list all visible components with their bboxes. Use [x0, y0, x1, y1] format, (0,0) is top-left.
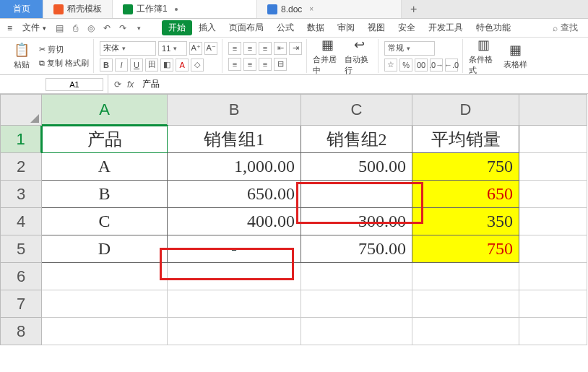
underline-button[interactable]: U [130, 59, 143, 72]
cell-d3[interactable]: 650 [412, 181, 519, 208]
row-header-1[interactable]: 1 [0, 126, 42, 153]
cell-e7[interactable] [519, 290, 587, 318]
table-style-button[interactable]: ▦ 表格样 [501, 42, 529, 70]
row-header-5[interactable]: 5 [0, 235, 42, 263]
row-header-2[interactable]: 2 [0, 153, 42, 181]
dec-decimal-icon[interactable]: ←.0 [445, 59, 458, 72]
fx-cancel-icon[interactable]: ⟳ [114, 79, 121, 90]
col-header-e[interactable] [519, 94, 587, 126]
ribbon-tab-view[interactable]: 视图 [361, 22, 392, 34]
align-right-icon[interactable]: ≡ [259, 58, 272, 71]
bold-button[interactable]: B [100, 59, 113, 72]
col-header-b[interactable]: B [168, 94, 301, 126]
number-format-combo[interactable]: 常规 ▾ [384, 41, 435, 56]
cell-c7[interactable] [301, 290, 412, 318]
print-icon[interactable]: ⎙ [69, 22, 81, 34]
borders-button[interactable]: 田 [145, 59, 158, 72]
col-header-c[interactable]: C [301, 94, 412, 126]
cell-b3[interactable]: 650.00 [168, 181, 301, 208]
ribbon-tab-special[interactable]: 特色功能 [470, 22, 517, 34]
redo-icon[interactable]: ↷ [117, 22, 129, 34]
formula-input[interactable] [139, 78, 588, 91]
ribbon-tab-start[interactable]: 开始 [162, 20, 192, 35]
font-size-combo[interactable]: 11 ▾ [158, 41, 187, 56]
cell-c5[interactable]: 750.00 [301, 235, 412, 263]
cell-a8[interactable] [42, 318, 168, 345]
ribbon-tab-formula[interactable]: 公式 [270, 22, 301, 34]
fill-color-button[interactable]: ◧ [160, 59, 173, 72]
cell-e3[interactable] [519, 181, 587, 208]
tab-docer[interactable]: 稻壳模板 [43, 0, 113, 18]
file-menu[interactable]: 文件 ▾ [20, 22, 49, 34]
italic-button[interactable]: I [115, 59, 128, 72]
fx-icon[interactable]: fx [127, 79, 134, 90]
cut-button[interactable]: ✂ 剪切 [39, 44, 89, 55]
cell-e4[interactable] [519, 208, 587, 235]
ribbon-tab-review[interactable]: 审阅 [331, 22, 361, 34]
cell-b6[interactable] [168, 263, 301, 290]
cell-d4[interactable]: 350 [412, 208, 519, 235]
cell-c6[interactable] [301, 263, 412, 290]
align-mid-icon[interactable]: ≡ [243, 42, 256, 55]
cell-c4[interactable]: 300.00 [301, 208, 412, 235]
tab-workbook[interactable]: 工作簿1 [113, 0, 257, 18]
cell-d1[interactable]: 平均销量 [412, 126, 519, 153]
decrease-font-icon[interactable]: A⁻ [204, 42, 217, 55]
undo-icon[interactable]: ↶ [101, 22, 113, 34]
cell-e1[interactable] [519, 126, 587, 153]
tab-home[interactable]: 首页 [0, 0, 43, 18]
ribbon-tab-data[interactable]: 数据 [301, 22, 331, 34]
cell-b2[interactable]: 1,000.00 [168, 153, 301, 181]
indent-right-icon[interactable]: ⇥ [289, 42, 302, 55]
ribbon-tab-dev[interactable]: 开发工具 [422, 22, 470, 34]
cell-a1[interactable]: 产品 [42, 126, 168, 153]
cell-a4[interactable]: C [42, 208, 168, 235]
cell-b1[interactable]: 销售组1 [168, 126, 301, 153]
preview-icon[interactable]: ◎ [85, 22, 97, 34]
wrap-button[interactable]: ↩ 自动换行 [345, 38, 373, 75]
cell-b7[interactable] [168, 290, 301, 318]
ribbon-tab-security[interactable]: 安全 [392, 22, 422, 34]
cell-d6[interactable] [412, 263, 519, 290]
col-header-d[interactable]: D [412, 94, 519, 126]
qat-more-icon[interactable]: ▾ [133, 22, 144, 34]
comma-icon[interactable]: 00 [415, 59, 428, 72]
currency-icon[interactable]: ☆ [384, 59, 397, 72]
cell-b8[interactable] [168, 318, 301, 345]
cell-a7[interactable] [42, 290, 168, 318]
cell-b5[interactable]: - [168, 235, 301, 263]
cell-c2[interactable]: 500.00 [301, 153, 412, 181]
cell-a2[interactable]: A [42, 153, 168, 181]
font-name-combo[interactable]: 宋体 ▾ [100, 41, 156, 56]
cell-e5[interactable] [519, 235, 587, 263]
effects-button[interactable]: ◇ [191, 59, 204, 72]
name-box[interactable] [46, 78, 103, 91]
cell-a6[interactable] [42, 263, 168, 290]
close-icon[interactable]: × [309, 5, 314, 13]
cell-e6[interactable] [519, 263, 587, 290]
cell-d8[interactable] [412, 318, 519, 345]
menu-icon[interactable]: ≡ [4, 23, 15, 33]
increase-font-icon[interactable]: A⁺ [189, 42, 202, 55]
cell-c1[interactable]: 销售组2 [301, 126, 412, 153]
row-header-6[interactable]: 6 [0, 263, 42, 290]
cell-d5[interactable]: 750 [412, 235, 519, 263]
format-painter-button[interactable]: 格式刷 [65, 58, 89, 69]
cond-format-button[interactable]: ▥ 条件格式 [469, 38, 498, 75]
ribbon-tab-layout[interactable]: 页面布局 [222, 22, 270, 34]
copy-button[interactable]: ⧉ 复制 [39, 58, 63, 69]
save-icon[interactable]: ▤ [53, 22, 65, 34]
align-center-icon[interactable]: ≡ [243, 58, 256, 71]
cell-a5[interactable]: D [42, 235, 168, 263]
percent-icon[interactable]: % [399, 59, 412, 72]
cell-c8[interactable] [301, 318, 412, 345]
tab-doc[interactable]: 8.doc × [257, 0, 402, 18]
indent-left-icon[interactable]: ⇤ [274, 42, 287, 55]
cell-e8[interactable] [519, 318, 587, 345]
select-all-corner[interactable] [0, 94, 42, 126]
col-header-a[interactable]: A [42, 94, 168, 126]
merge-rows-icon[interactable]: ⊟ [274, 58, 287, 71]
inc-decimal-icon[interactable]: .0→ [430, 59, 443, 72]
paste-button[interactable]: 📋 粘贴 [7, 42, 36, 70]
row-header-3[interactable]: 3 [0, 181, 42, 208]
